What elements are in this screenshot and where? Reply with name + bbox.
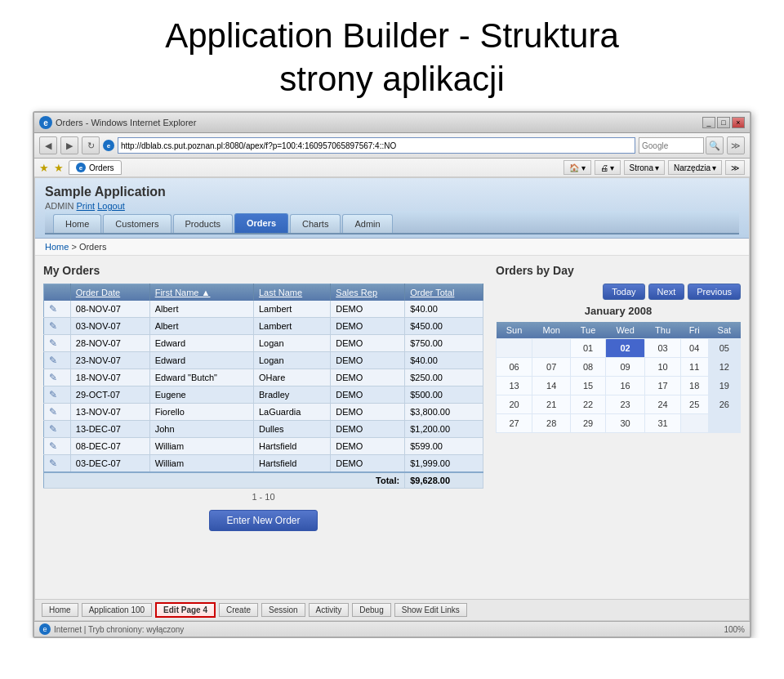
dev-link-debug[interactable]: Debug (352, 603, 390, 617)
cal-day[interactable]: 03 (645, 339, 680, 358)
today-button[interactable]: Today (603, 284, 644, 300)
first-name: John (149, 421, 253, 438)
col-first-name: First Name ▲ (149, 284, 253, 302)
last-name: Logan (253, 352, 330, 369)
tab-products[interactable]: Products (173, 214, 233, 233)
tools-button[interactable]: ≫ (727, 136, 745, 154)
dev-link-edit-page[interactable]: Edit Page 4 (155, 602, 216, 618)
sort-order-total[interactable]: Order Total (410, 288, 454, 297)
breadcrumb-home[interactable]: Home (45, 242, 69, 252)
cal-day[interactable]: 21 (532, 395, 571, 414)
dev-link-home[interactable]: Home (42, 603, 78, 617)
search-button[interactable]: 🔍 (706, 136, 724, 154)
dev-link-show-edit[interactable]: Show Edit Links (394, 603, 467, 617)
dev-link-session[interactable]: Session (261, 603, 305, 617)
cal-day[interactable]: 17 (645, 377, 680, 395)
close-button[interactable]: × (732, 117, 745, 128)
cal-day[interactable]: 08 (571, 358, 606, 377)
home-toolbar-button[interactable]: 🏠 ▾ (564, 160, 591, 175)
cal-day-today[interactable]: 02 (605, 339, 645, 358)
previous-button[interactable]: Previous (688, 284, 741, 300)
tab-customers[interactable]: Customers (103, 214, 171, 233)
dev-link-create[interactable]: Create (219, 603, 258, 617)
breadcrumb: Home > Orders (35, 239, 749, 256)
cal-day[interactable]: 27 (497, 414, 532, 433)
cal-day[interactable]: 18 (680, 377, 708, 395)
cal-day[interactable]: 12 (708, 358, 740, 377)
cal-day[interactable]: 29 (571, 414, 606, 433)
order-total: $500.00 (405, 386, 483, 404)
edit-icon[interactable]: ✎ (49, 423, 57, 435)
forward-button[interactable]: ▶ (60, 136, 78, 154)
cal-day[interactable]: 22 (571, 395, 606, 414)
enter-order-button[interactable]: Enter New Order (209, 510, 317, 531)
cal-day[interactable]: 31 (645, 414, 680, 433)
cal-day[interactable]: 06 (497, 358, 532, 377)
dev-link-application[interactable]: Application 100 (82, 603, 152, 617)
calendar-header-row: Sun Mon Tue Wed Thu Fri Sat (497, 322, 741, 339)
cal-day[interactable] (497, 339, 532, 358)
cal-day[interactable]: 07 (532, 358, 571, 377)
strona-label: Strona (630, 163, 653, 172)
edit-icon[interactable]: ✎ (49, 320, 57, 332)
sort-sales-rep[interactable]: Sales Rep (336, 288, 377, 297)
sort-order-date[interactable]: Order Date (76, 288, 120, 297)
dev-link-activity[interactable]: Activity (309, 603, 350, 617)
cal-day[interactable]: 15 (571, 377, 606, 395)
cal-day[interactable]: 25 (680, 395, 708, 414)
print-link[interactable]: Print (77, 201, 96, 211)
minimize-button[interactable]: _ (702, 117, 715, 128)
sales-rep: DEMO (331, 438, 405, 455)
edit-icon[interactable]: ✎ (49, 303, 57, 315)
cal-day[interactable]: 05 (708, 339, 740, 358)
cal-day[interactable]: 10 (645, 358, 680, 377)
page-title: Application Builder - Struktura (0, 0, 784, 60)
address-bar: e (103, 137, 635, 154)
cal-day[interactable]: 09 (605, 358, 645, 377)
sort-first-name[interactable]: First Name ▲ (155, 288, 211, 297)
cal-day[interactable]: 24 (645, 395, 680, 414)
search-input[interactable] (639, 137, 704, 154)
cal-day[interactable]: 04 (680, 339, 708, 358)
edit-icon[interactable]: ✎ (49, 337, 57, 349)
refresh-button[interactable]: ↻ (82, 136, 100, 154)
tab-orders[interactable]: Orders (234, 213, 288, 233)
edit-icon[interactable]: ✎ (49, 458, 57, 469)
address-input[interactable] (118, 137, 635, 154)
back-button[interactable]: ◀ (39, 136, 57, 154)
next-button[interactable]: Next (648, 284, 685, 300)
edit-icon[interactable]: ✎ (49, 372, 57, 383)
cal-day[interactable]: 13 (497, 377, 532, 395)
tab-home[interactable]: Home (53, 214, 101, 233)
cal-day[interactable] (532, 339, 571, 358)
edit-icon[interactable]: ✎ (49, 389, 57, 400)
fav-tab-orders[interactable]: e Orders (69, 160, 122, 175)
edit-icon[interactable]: ✎ (49, 406, 57, 418)
cal-day[interactable]: 01 (571, 339, 606, 358)
tab-charts[interactable]: Charts (290, 214, 341, 233)
cal-day[interactable]: 20 (497, 395, 532, 414)
col-order-total: Order Total (405, 284, 483, 302)
edit-icon[interactable]: ✎ (49, 440, 57, 452)
print-toolbar-button[interactable]: 🖨 ▾ (595, 160, 621, 175)
cal-day[interactable] (680, 414, 708, 433)
cal-day[interactable]: 14 (532, 377, 571, 395)
tab-admin[interactable]: Admin (342, 214, 392, 233)
cal-day[interactable]: 26 (708, 395, 740, 414)
cal-day[interactable]: 28 (532, 414, 571, 433)
maximize-button[interactable]: □ (717, 117, 730, 128)
extra-button[interactable]: ≫ (725, 160, 745, 175)
order-date: 23-NOV-07 (70, 352, 149, 369)
logout-link[interactable]: Logout (97, 201, 125, 211)
edit-icon[interactable]: ✎ (49, 355, 57, 366)
cal-day[interactable]: 23 (605, 395, 645, 414)
cal-day[interactable]: 11 (680, 358, 708, 377)
cal-day[interactable] (708, 414, 740, 433)
cal-day[interactable]: 19 (708, 377, 740, 395)
cal-day[interactable]: 16 (605, 377, 645, 395)
cal-day[interactable]: 30 (605, 414, 645, 433)
narzedzia-button[interactable]: Narzędzia ▾ (668, 160, 722, 175)
sort-last-name[interactable]: Last Name (259, 288, 302, 297)
order-total: $40.00 (405, 352, 483, 369)
strona-button[interactable]: Strona ▾ (624, 160, 665, 175)
